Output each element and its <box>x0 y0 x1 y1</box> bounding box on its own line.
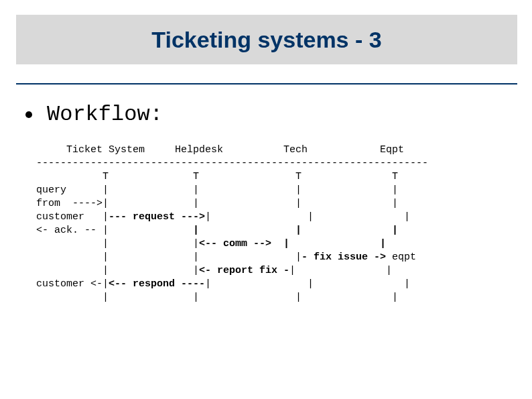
workflow-l6a: | | <box>36 238 199 249</box>
workflow-l8-report: <- report fix - <box>199 265 289 276</box>
workflow-l5a: <- ack. -- | <box>36 225 193 236</box>
workflow-l8c: | | <box>289 265 392 276</box>
workflow-diagram: Ticket System Helpdesk Tech Eqpt -------… <box>36 144 428 304</box>
workflow-l4a: customer | <box>36 211 109 223</box>
bullet-dot-icon <box>25 111 32 118</box>
workflow-l5b: | | | <box>193 225 398 236</box>
workflow-l3: from ---->| | | | <box>36 198 398 209</box>
workflow-l4c: | | | <box>205 211 410 223</box>
workflow-l7-fix: - fix issue -> <box>302 251 392 263</box>
workflow-l6-comm: <-- comm --> <box>199 238 283 249</box>
workflow-l9c: | | | <box>205 278 410 290</box>
title-underline <box>16 83 517 84</box>
title-band: Ticketing systems - 3 <box>16 15 517 64</box>
workflow-l10: | | | | <box>36 292 398 303</box>
bullet-row: Workflow: <box>25 102 163 127</box>
workflow-l1: T T T T <box>36 171 398 182</box>
workflow-l7c: eqpt <box>392 251 416 263</box>
workflow-l9a: customer <-| <box>36 278 109 290</box>
bullet-text: Workflow: <box>47 102 163 127</box>
workflow-header: Ticket System Helpdesk Tech Eqpt <box>36 144 404 156</box>
workflow-l4-request: --- request ---> <box>109 211 205 223</box>
workflow-l2: query | | | | <box>36 184 398 196</box>
workflow-l7a: | | | <box>36 251 302 263</box>
workflow-l6c: | | <box>283 238 386 249</box>
slide-title: Ticketing systems - 3 <box>151 27 381 53</box>
slide: Ticketing systems - 3 Workflow: Ticket S… <box>0 0 532 399</box>
workflow-l9-respond: <-- respond ---- <box>109 278 205 290</box>
workflow-divider: ----------------------------------------… <box>36 158 428 169</box>
workflow-l8a: | | <box>36 265 199 276</box>
